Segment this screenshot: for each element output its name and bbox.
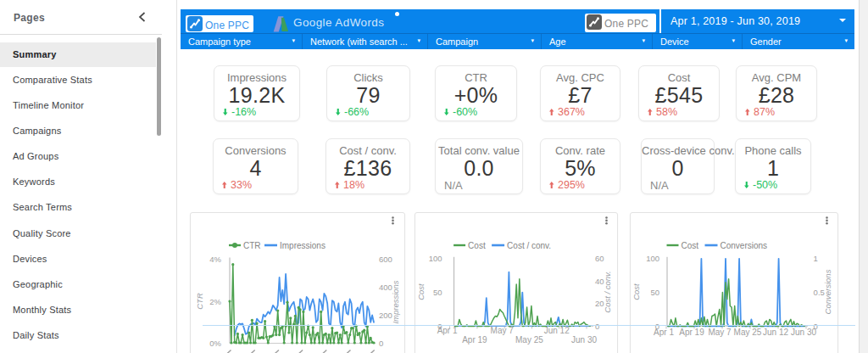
svg-text:Cost / conv.: Cost / conv. [507,241,551,250]
svg-text:CTR: CTR [243,241,261,250]
svg-text:Jun 30: Jun 30 [791,328,816,337]
svg-text:May 7: May 7 [491,326,515,335]
svg-text:100: 100 [646,254,659,263]
svg-text:0: 0 [379,339,383,348]
svg-text:0: 0 [595,322,599,331]
svg-text:Impressions: Impressions [280,241,326,250]
svg-text:600: 600 [379,255,392,264]
svg-text:Apr 1: Apr 1 [437,326,458,335]
svg-text:Apr 1: Apr 1 [654,328,674,337]
svg-text:May 25: May 25 [734,328,762,337]
svg-text:Jun 12: Jun 12 [544,326,570,335]
svg-text:Cost: Cost [632,283,641,300]
svg-text:Apr 19: Apr 19 [679,328,704,337]
svg-text:Jun 12: Jun 12 [763,328,788,337]
svg-text:Cost / conv.: Cost / conv. [603,271,612,312]
svg-text:4%: 4% [209,255,221,264]
svg-text:Conversions: Conversions [823,269,832,314]
svg-text:1: 1 [814,254,818,263]
svg-text:Apr 19: Apr 19 [462,335,487,345]
svg-text:CTR: CTR [195,293,204,310]
svg-text:Conversions: Conversions [721,241,768,250]
svg-text:60: 60 [595,254,604,263]
svg-text:0%: 0% [209,339,221,348]
svg-text:Cost: Cost [468,241,486,250]
svg-text:Jun 30: Jun 30 [571,335,597,345]
svg-text:50: 50 [650,288,659,297]
svg-text:50: 50 [433,288,442,297]
svg-text:Cost: Cost [682,241,699,250]
svg-text:2%: 2% [209,297,221,306]
svg-text:100: 100 [429,254,442,263]
svg-text:May 25: May 25 [515,335,543,345]
svg-text:Cost: Cost [416,283,426,300]
svg-text:May 7: May 7 [708,328,732,337]
svg-text:Impressions: Impressions [391,280,400,323]
